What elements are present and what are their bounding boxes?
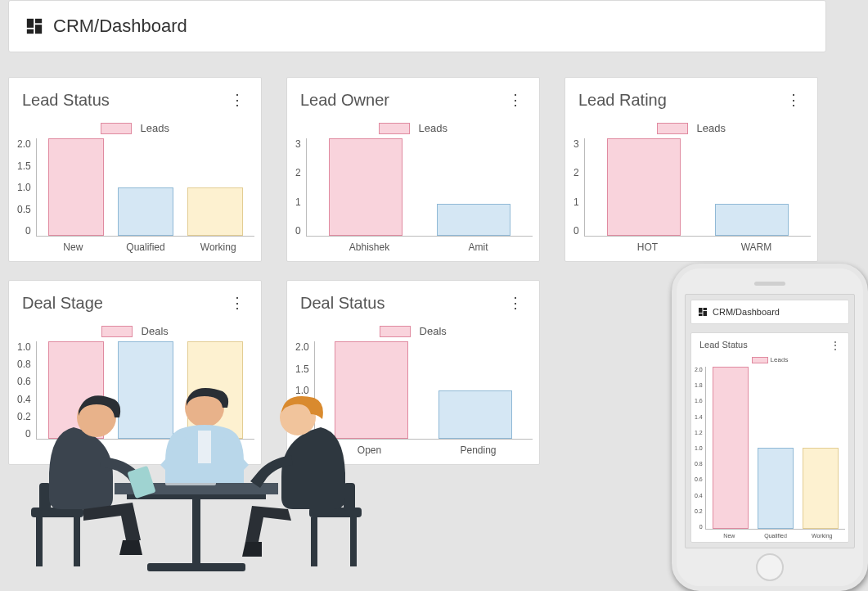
svg-rect-7 — [699, 314, 703, 316]
bar-new — [713, 367, 749, 529]
plot-area — [584, 138, 811, 237]
chart-legend: Leads — [572, 119, 811, 138]
svg-rect-14 — [31, 508, 83, 517]
phone-screen: CRM/Dashboard Lead Status ⋮ Leads 2.0 1.… — [685, 294, 855, 548]
y-axis: 2.0 1.8 1.6 1.4 1.2 1.0 0.8 0.6 0.4 0.2 … — [695, 367, 705, 530]
chart-legend: Leads — [294, 119, 533, 138]
svg-rect-23 — [344, 483, 355, 511]
card-lead-rating: Lead Rating ⋮ Leads 3 2 1 0 — [564, 77, 818, 262]
legend-label: Leads — [141, 122, 169, 134]
bar-stage-2 — [118, 341, 173, 439]
chart-deal-stage: 1.0 0.8 0.6 0.4 0.2 0 — [16, 341, 254, 440]
svg-rect-8 — [115, 483, 278, 494]
legend-swatch — [657, 123, 688, 134]
x-axis: New Qualified Working — [16, 237, 254, 253]
bar-qualified — [118, 187, 173, 237]
chart-legend: Deals — [16, 322, 254, 341]
chart-legend: Leads — [695, 356, 845, 367]
chart-legend: Deals — [294, 322, 533, 341]
svg-rect-17 — [74, 517, 80, 566]
legend-label: Deals — [420, 325, 447, 337]
svg-rect-25 — [350, 517, 357, 566]
card-lead-owner: Lead Owner ⋮ Leads 3 2 1 0 — [286, 77, 540, 262]
bar-working — [187, 187, 243, 237]
plot-area — [306, 138, 533, 237]
more-icon[interactable]: ⋮ — [505, 89, 526, 111]
y-axis: 3 2 1 0 — [295, 138, 306, 237]
y-axis: 3 2 1 0 — [573, 138, 584, 237]
legend-swatch — [101, 123, 132, 134]
chart-legend: Leads — [16, 119, 254, 138]
more-icon[interactable]: ⋮ — [227, 89, 248, 111]
bar-stage-3 — [187, 341, 243, 439]
page-title: CRM/Dashboard — [53, 16, 187, 37]
legend-swatch — [101, 326, 133, 337]
bar-new — [48, 138, 104, 236]
card-title: Lead Owner — [300, 91, 389, 110]
chart-lead-owner: 3 2 1 0 — [294, 138, 533, 237]
bar-open — [335, 341, 408, 439]
card-title: Lead Status — [699, 340, 748, 351]
x-axis: New Qualified Working — [695, 530, 845, 539]
svg-rect-4 — [699, 308, 703, 313]
svg-rect-5 — [704, 308, 708, 310]
svg-rect-0 — [27, 19, 34, 28]
more-icon[interactable]: ⋮ — [505, 292, 526, 314]
svg-rect-2 — [35, 25, 42, 34]
more-icon[interactable]: ⋮ — [227, 292, 248, 314]
svg-rect-9 — [127, 494, 266, 499]
plot-area — [314, 341, 533, 440]
legend-label: Leads — [697, 122, 726, 134]
bar-stage-1 — [48, 341, 104, 439]
y-axis: 2.0 1.5 1.0 0.5 0 — [295, 341, 314, 440]
more-icon[interactable]: ⋮ — [830, 340, 840, 351]
chart-lead-rating: 3 2 1 0 — [572, 138, 811, 237]
legend-label: Leads — [771, 356, 789, 363]
phone-home-button[interactable] — [756, 553, 784, 581]
plot-area — [36, 138, 254, 237]
card-lead-status: Lead Status ⋮ Leads 2.0 1.5 1.0 0.5 0 — [8, 77, 262, 262]
card-title: Lead Status — [22, 91, 110, 110]
dashboard-icon — [25, 17, 43, 35]
legend-swatch — [379, 123, 410, 134]
chart-lead-status: 2.0 1.8 1.6 1.4 1.2 1.0 0.8 0.6 0.4 0.2 … — [695, 367, 845, 530]
chart-lead-status: 2.0 1.5 1.0 0.5 0 — [16, 138, 254, 237]
plot-area — [36, 341, 254, 440]
phone-body: CRM/Dashboard Lead Status ⋮ Leads 2.0 1.… — [672, 264, 868, 591]
dashboard-icon — [698, 307, 708, 317]
svg-rect-22 — [309, 508, 362, 517]
legend-swatch — [752, 357, 768, 363]
bar-amit — [437, 204, 510, 236]
legend-swatch — [380, 326, 411, 337]
more-icon[interactable]: ⋮ — [783, 89, 804, 111]
card-title: Deal Status — [300, 294, 385, 313]
bar-working — [803, 448, 839, 529]
cards-row-1: Lead Status ⋮ Leads 2.0 1.5 1.0 0.5 0 — [8, 77, 826, 262]
phone-speaker — [754, 282, 785, 286]
bar-warm — [715, 204, 789, 236]
card-title: Lead Rating — [578, 91, 667, 110]
phone-page-title: CRM/Dashboard — [713, 307, 780, 317]
x-axis — [16, 440, 254, 444]
chart-deal-status: 2.0 1.5 1.0 0.5 0 — [294, 341, 533, 440]
x-axis: Open Pending — [294, 440, 533, 456]
card-deal-stage: Deal Stage ⋮ Deals 1.0 0.8 0.6 0.4 0.2 0 — [8, 280, 262, 465]
svg-rect-3 — [27, 29, 34, 34]
phone-mockup: CRM/Dashboard Lead Status ⋮ Leads 2.0 1.… — [672, 264, 868, 591]
page-header: CRM/Dashboard — [8, 0, 826, 52]
card-deal-status: Deal Status ⋮ Deals 2.0 1.5 1.0 0.5 0 — [286, 280, 540, 465]
x-axis: HOT WARM — [572, 237, 811, 253]
svg-rect-16 — [36, 517, 43, 566]
svg-rect-24 — [311, 517, 317, 566]
bar-pending — [438, 390, 512, 440]
bar-qualified — [758, 448, 794, 529]
legend-label: Deals — [142, 325, 169, 337]
svg-rect-11 — [147, 563, 245, 571]
y-axis: 2.0 1.5 1.0 0.5 0 — [17, 138, 36, 237]
bar-hot — [607, 138, 681, 236]
x-axis: Abhishek Amit — [294, 237, 533, 253]
bar-abhishek — [329, 138, 403, 236]
phone-page-header: CRM/Dashboard — [690, 300, 849, 324]
svg-rect-6 — [704, 311, 708, 316]
card-title: Deal Stage — [22, 294, 103, 313]
